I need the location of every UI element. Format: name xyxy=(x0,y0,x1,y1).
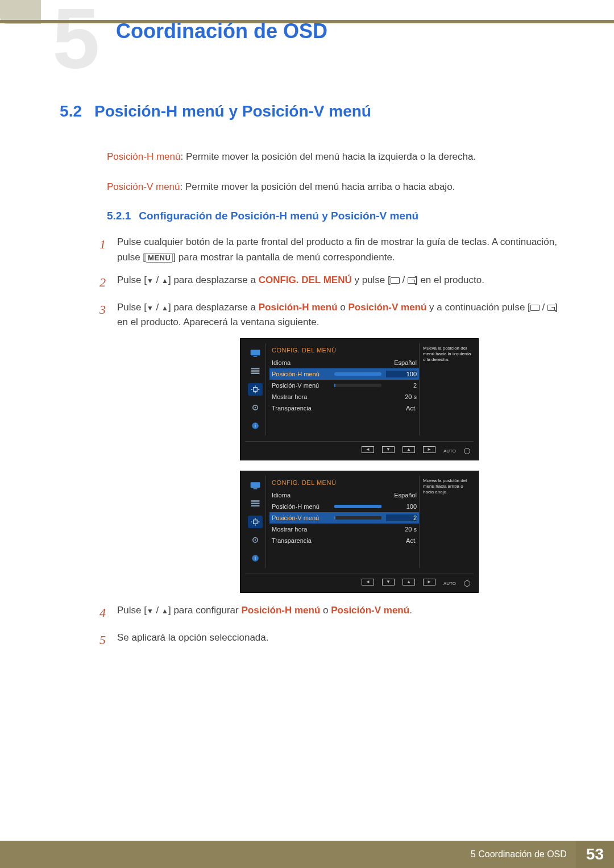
nav-left-icon: ◄ xyxy=(362,446,374,453)
label: Idioma xyxy=(272,359,334,366)
svg-rect-1 xyxy=(254,356,258,357)
text: . xyxy=(409,605,412,616)
text: ] para mostrar la pantalla de menú corre… xyxy=(173,252,395,263)
chapter-title: Coordinación de OSD xyxy=(116,19,327,43)
label: Posición-V menú xyxy=(272,514,334,521)
step-1: 1 Pulse cualquier botón de la parte fron… xyxy=(92,235,569,265)
nav-left-icon: ◄ xyxy=(362,579,374,585)
value: 20 s xyxy=(386,526,417,533)
label: Posición-V menú xyxy=(272,382,334,389)
value: 2 xyxy=(386,514,417,521)
osd-footer: ◄ ▼ ▲ ► AUTO xyxy=(245,441,474,458)
osd-screenshot-pos-v: i CONFIG. DEL MENÚ IdiomaEspañol Posició… xyxy=(240,471,479,593)
nav-up-icon: ▲ xyxy=(403,579,415,585)
tab-info-icon: i xyxy=(248,420,263,432)
tab-settings-icon xyxy=(248,401,263,414)
subsection-number: 5.2.1 xyxy=(107,210,131,222)
slider xyxy=(334,516,381,520)
tab-list-icon xyxy=(248,365,263,377)
pos-h-highlight: Posición-H menú xyxy=(241,605,320,616)
step-content: Pulse [ / ] para desplazarse a Posición-… xyxy=(117,300,569,330)
osd-row-idioma: IdiomaEspañol xyxy=(269,489,419,501)
value: Español xyxy=(386,492,417,499)
up-icon xyxy=(161,605,168,616)
config-menu-highlight: CONFIG. DEL MENÚ xyxy=(259,275,352,285)
osd-hint: Mueva la posición del menú hacia arriba … xyxy=(419,476,474,568)
osd-row-pos-h: Posición-H menú100 xyxy=(269,501,419,512)
step-2: 2 Pulse [ / ] para desplazarse a CONFIG.… xyxy=(92,273,569,292)
label: Mostrar hora xyxy=(272,526,334,533)
osd-row-pos-v-selected: Posición-V menú2 xyxy=(269,512,419,524)
up-icon xyxy=(161,302,168,313)
svg-rect-14 xyxy=(251,505,260,506)
step-num: 5 xyxy=(92,630,106,650)
label: Transparencia xyxy=(272,405,334,412)
text: ] en el producto. xyxy=(415,275,484,285)
svg-rect-10 xyxy=(251,482,260,488)
section-title: Posición-H menú y Posición-V menú xyxy=(94,102,371,121)
auto-label: AUTO xyxy=(443,581,456,586)
tab-info-icon: i xyxy=(248,552,263,564)
enter-icon xyxy=(547,302,555,313)
steps-list: 1 Pulse cualquier botón de la parte fron… xyxy=(92,235,569,650)
value: 100 xyxy=(386,371,417,377)
svg-rect-5 xyxy=(254,387,258,391)
pos-v-highlight: Posición-V menú xyxy=(331,605,409,616)
text: Pulse [ xyxy=(117,605,147,616)
tab-settings-icon xyxy=(248,534,263,546)
text: ] para desplazarse a xyxy=(168,302,259,313)
svg-rect-12 xyxy=(251,500,260,502)
svg-rect-4 xyxy=(251,372,260,374)
osd-title: CONFIG. DEL MENÚ xyxy=(269,478,419,489)
osd-main: CONFIG. DEL MENÚ IdiomaEspañol Posición-… xyxy=(265,343,419,435)
term-pos-h: Posición-H menú xyxy=(107,151,180,162)
text: Pulse [ xyxy=(117,302,147,313)
slider xyxy=(334,384,381,387)
up-icon xyxy=(161,275,168,285)
tab-picture-icon xyxy=(248,479,263,492)
page-number: 53 xyxy=(576,841,614,868)
text: y a continuación pulse [ xyxy=(426,302,530,313)
osd-row-mostrar: Mostrar hora20 s xyxy=(269,524,419,535)
label: Posición-H menú xyxy=(272,503,334,510)
slider xyxy=(334,505,381,508)
def-pos-h-text: : Permite mover la posición del menú hac… xyxy=(180,151,476,162)
svg-text:i: i xyxy=(255,555,256,561)
text: Pulse [ xyxy=(117,275,147,285)
osd-main: CONFIG. DEL MENÚ IdiomaEspañol Posición-… xyxy=(265,476,419,568)
text: y pulse [ xyxy=(352,275,391,285)
osd-hint: Mueva la posición del menú hacia la izqu… xyxy=(419,343,474,435)
step-num: 4 xyxy=(92,603,106,622)
step-5: 5 Se aplicará la opción seleccionada. xyxy=(92,630,569,650)
osd-row-mostrar: Mostrar hora20 s xyxy=(269,391,419,402)
step-4: 4 Pulse [ / ] para configurar Posición-H… xyxy=(92,603,569,622)
label: Mostrar hora xyxy=(272,393,334,400)
osd-row-idioma: IdiomaEspañol xyxy=(269,357,419,368)
step-content: Pulse cualquier botón de la parte fronta… xyxy=(117,235,569,265)
value: 20 s xyxy=(386,393,417,400)
osd-title: CONFIG. DEL MENÚ xyxy=(269,346,419,357)
auto-label: AUTO xyxy=(443,448,456,454)
svg-rect-3 xyxy=(251,370,260,372)
tab-picture-icon xyxy=(248,347,263,359)
text: ] para configurar xyxy=(168,605,242,616)
nav-up-icon: ▲ xyxy=(403,446,415,453)
svg-rect-13 xyxy=(251,502,260,504)
page-footer: 5 Coordinación de OSD 53 xyxy=(0,841,614,868)
rect-icon xyxy=(530,302,540,313)
slider xyxy=(334,372,381,376)
osd-tab-strip: i xyxy=(245,476,265,568)
osd-row-transp: TransparenciaAct. xyxy=(269,535,419,546)
value: Act. xyxy=(386,537,417,544)
svg-point-17 xyxy=(255,539,256,541)
osd-footer: ◄ ▼ ▲ ► AUTO xyxy=(245,574,474,590)
label: Idioma xyxy=(272,492,334,499)
def-pos-h: Posición-H menú: Permite mover la posici… xyxy=(107,150,569,164)
section-number: 5.2 xyxy=(52,102,82,121)
down-icon xyxy=(147,275,154,285)
text: o xyxy=(338,302,349,313)
rect-icon xyxy=(391,275,400,285)
tab-position-icon xyxy=(248,383,263,396)
nav-right-icon: ► xyxy=(423,579,435,585)
power-icon xyxy=(464,579,470,589)
